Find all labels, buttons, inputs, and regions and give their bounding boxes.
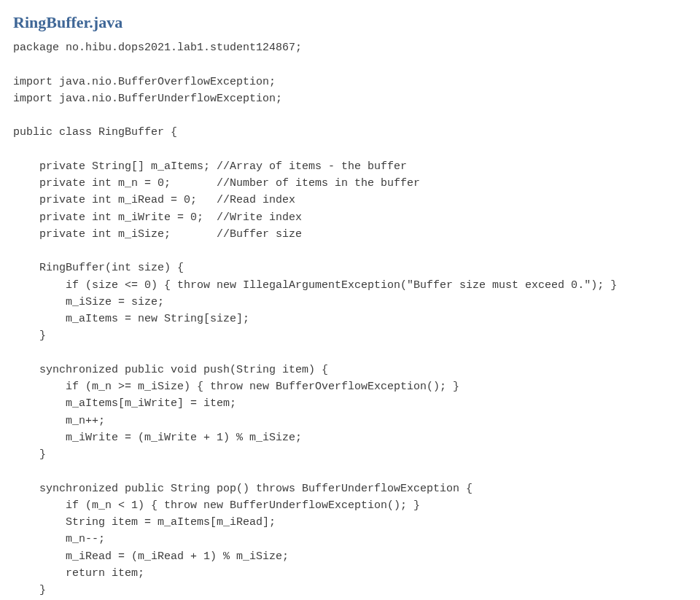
code-block: package no.hibu.dops2021.lab1.student124… [13, 39, 687, 600]
file-title: RingBuffer.java [13, 10, 687, 35]
